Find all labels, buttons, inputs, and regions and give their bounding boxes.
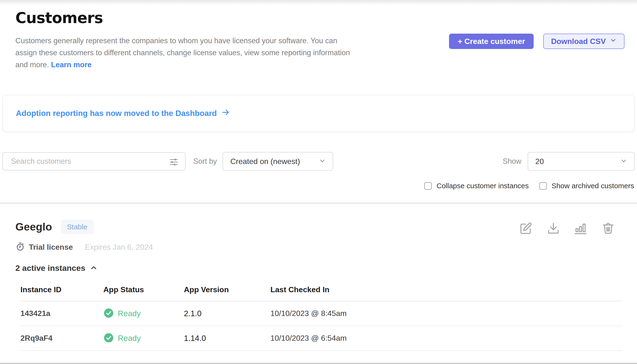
toolbar-left: Sort by Created on (newest): [3, 152, 333, 171]
app-status-text: Ready: [118, 334, 141, 343]
last-checked-in-cell: 10/10/2023 @ 8:45am: [270, 309, 622, 318]
app-status-text: Ready: [118, 309, 141, 318]
chevron-down-icon: [620, 157, 627, 166]
description-line: and more.: [15, 60, 49, 69]
delete-customer-trash-icon[interactable]: [601, 222, 615, 235]
page-title: Customers: [15, 9, 350, 27]
stopwatch-icon: [15, 242, 25, 252]
toolbar-right: Show 20: [503, 152, 634, 171]
app-version-cell: 2.1.0: [184, 309, 270, 318]
license-expiry-label: Expires Jan 6, 2024: [85, 243, 153, 252]
banner-link-text[interactable]: Adoption reporting has now moved to the …: [16, 109, 217, 118]
customers-toolbar: Sort by Created on (newest) Show 20: [3, 152, 634, 171]
arrow-right-icon: [221, 108, 230, 119]
adoption-reporting-banner[interactable]: Adoption reporting has now moved to the …: [3, 95, 634, 132]
edit-customer-icon[interactable]: [519, 222, 533, 235]
license-info-row: Trial license Expires Jan 6, 2024: [15, 242, 622, 252]
last-checked-in-cell: 10/10/2023 @ 6:54am: [270, 334, 622, 343]
active-instances-label: 2 active instances: [15, 264, 85, 273]
filter-sliders-icon[interactable]: [169, 157, 179, 168]
collapse-instances-checkbox[interactable]: [424, 182, 432, 190]
show-select-value: 20: [535, 157, 544, 166]
instances-table-body: 143421a Ready 2.1.0 10/10/2023 @ 8:45am …: [21, 301, 622, 351]
column-header-last-checked-in: Last Checked In: [270, 285, 622, 294]
column-header-instance-id: Instance ID: [21, 285, 103, 294]
check-circle-icon: [103, 332, 114, 344]
customer-action-icons: [519, 222, 615, 235]
column-header-app-status: App Status: [103, 285, 184, 294]
page-header-text: Customers Customers generally represent …: [15, 9, 350, 71]
sort-select-value: Created on (newest): [230, 157, 300, 166]
show-select[interactable]: 20: [528, 152, 634, 171]
reporting-bar-chart-icon[interactable]: [574, 222, 587, 235]
instances-table-header: Instance ID App Status App Version Last …: [21, 285, 622, 301]
sort-select[interactable]: Created on (newest): [223, 152, 333, 171]
collapse-instances-label: Collapse customer instances: [437, 182, 529, 190]
license-type-label: Trial license: [29, 243, 73, 252]
create-customer-button[interactable]: + Create customer: [449, 34, 534, 49]
page-header: Customers Customers generally represent …: [15, 9, 624, 71]
check-circle-icon: [103, 308, 114, 319]
chevron-down-icon: [319, 157, 326, 166]
chevron-up-icon: [90, 264, 98, 273]
top-scroll-shadow: [0, 0, 637, 5]
active-instances-toggle[interactable]: 2 active instances: [15, 264, 98, 273]
description-line: assign these customers to different chan…: [15, 47, 350, 59]
search-input[interactable]: [3, 157, 185, 166]
app-status-cell: Ready: [103, 308, 184, 319]
instances-table: Instance ID App Status App Version Last …: [21, 285, 622, 351]
page-description: Customers generally represent the compan…: [15, 35, 350, 71]
list-options-row: Collapse customer instances Show archive…: [0, 182, 634, 190]
show-archived-option[interactable]: Show archived customers: [539, 182, 634, 190]
sort-by-label: Sort by: [193, 157, 217, 166]
instance-id-cell: 143421a: [21, 309, 103, 318]
section-divider: [0, 202, 637, 204]
instance-table-row: 2Rq9aF4 Ready 1.14.0 10/10/2023 @ 6:54am: [21, 326, 622, 351]
instance-table-row: 143421a Ready 2.1.0 10/10/2023 @ 8:45am: [21, 301, 622, 326]
instance-id-cell: 2Rq9aF4: [21, 334, 103, 343]
description-line: Customers generally represent the compan…: [15, 35, 350, 47]
column-header-app-version: App Version: [184, 285, 270, 294]
header-actions: + Create customer Download CSV: [449, 34, 624, 49]
download-csv-label: Download CSV: [551, 37, 606, 46]
learn-more-link[interactable]: Learn more: [51, 60, 92, 69]
show-label: Show: [503, 157, 521, 166]
collapse-instances-option[interactable]: Collapse customer instances: [424, 182, 529, 190]
customer-title-group: Geeglo Stable: [15, 220, 94, 234]
chevron-down-icon: [610, 37, 617, 46]
show-archived-checkbox[interactable]: [539, 182, 547, 190]
app-status-cell: Ready: [103, 332, 184, 344]
customer-card-bottom-divider: [0, 363, 637, 364]
customer-name[interactable]: Geeglo: [15, 221, 52, 233]
app-version-cell: 1.14.0: [184, 334, 270, 343]
customer-card: Geeglo Stable Trial license Expires Jan …: [0, 220, 637, 351]
search-box: [3, 152, 185, 170]
channel-badge: Stable: [61, 220, 94, 234]
download-license-icon[interactable]: [547, 222, 560, 235]
download-csv-button[interactable]: Download CSV: [543, 34, 624, 49]
customer-card-header: Geeglo Stable: [15, 220, 622, 235]
show-archived-label: Show archived customers: [552, 182, 634, 190]
